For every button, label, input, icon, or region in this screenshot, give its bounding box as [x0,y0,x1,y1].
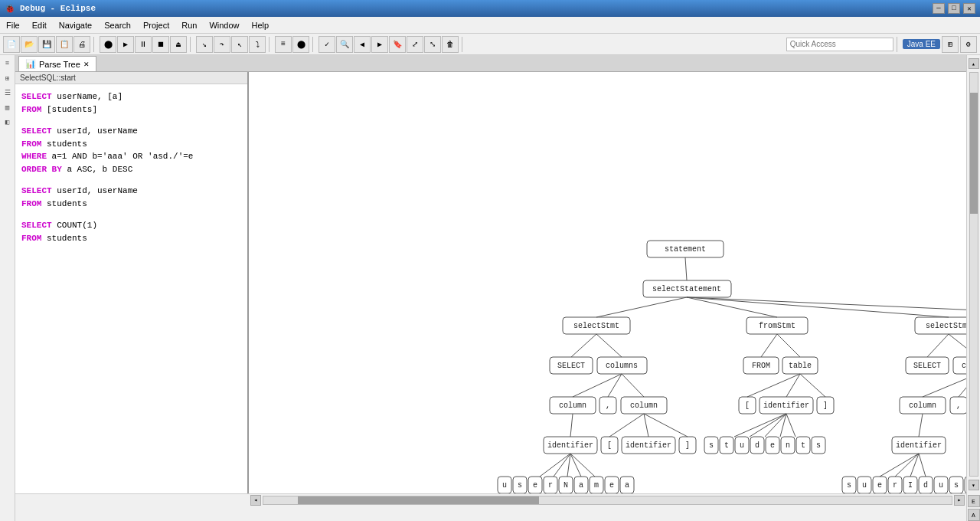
quick-access-input[interactable] [786,38,893,51]
step-return-button[interactable]: ↖ [231,36,248,53]
svg-line-129 [919,414,923,437]
menu-project[interactable]: Project [137,17,175,33]
titlebar: 🐞 Debug - Eclipse ─ □ ✕ [0,0,980,17]
rs-icon-2[interactable]: A [968,509,980,521]
char-d-st1: d [750,437,764,454]
scroll-right-button[interactable]: ▸ [954,495,965,506]
prev-button[interactable]: ◀ [354,36,371,53]
menu-edit[interactable]: Edit [26,17,53,33]
rs-icon-1[interactable]: E [968,495,980,507]
java-ee-badge[interactable]: Java EE [903,39,940,49]
app-title: Debug - Eclipse [20,4,96,13]
svg-text:,: , [606,401,610,410]
svg-line-22 [596,334,622,357]
new-button[interactable]: 📄 [3,36,20,53]
left-sidebar: ≡ ⊞ ☰ ▥ ◧ [0,55,15,521]
char-s-st2: s [842,477,856,493]
perspective-button[interactable]: ⊞ [942,36,959,53]
menu-help[interactable]: Help [246,17,276,33]
char-m1: m [590,477,603,493]
char-u-st1: u [735,437,749,454]
svg-line-56 [747,374,800,397]
search-button[interactable]: 🔍 [336,36,353,53]
keyword-select: SELECT [21,92,52,101]
menu-navigate[interactable]: Navigate [53,17,98,33]
disconnect-button[interactable]: ⏏ [170,36,187,53]
char-u2-st2: u [934,477,948,493]
collapse-button[interactable]: ⤡ [424,36,441,53]
svg-text:I: I [908,481,913,490]
drop-to-frame-button[interactable]: ⤵ [249,36,266,53]
parse-tree-tab-close[interactable]: ✕ [83,61,90,68]
svg-text:columns: columns [962,362,966,370]
debug-button[interactable]: ⬤ [100,36,116,53]
step-over-button[interactable]: ↷ [214,36,230,53]
sql-panel: SelectSQL::start SELECT userName, [a] FR… [15,72,249,493]
sql-block-4: SELECT COUNT(1) FROM students [21,219,241,244]
menu-file[interactable]: File [0,17,26,33]
vertical-scrollbar-thumb [970,93,978,214]
suspend-button[interactable]: ⏸ [135,36,152,53]
sql-block-3: SELECT userId, userName FROM students [21,185,241,210]
close-button[interactable]: ✕ [963,3,975,14]
char-r-st2: r [888,477,902,493]
node-select-stmt-2: selectStmt [915,317,966,334]
use-step-filters-button[interactable]: ≡ [275,36,292,53]
char-e-st1: e [766,437,779,454]
keyword-select: SELECT [21,186,52,195]
settings-button[interactable]: ⚙ [960,36,977,53]
menu-run[interactable]: Run [175,17,203,33]
svg-line-104 [570,454,581,477]
minimize-button[interactable]: ─ [933,3,945,14]
svg-line-122 [734,414,786,437]
stop-button[interactable]: ⏹ [152,36,169,53]
step-into-button[interactable]: ↘ [196,36,213,53]
horizontal-scrollbar[interactable] [263,496,952,505]
svg-text:columns: columns [606,362,638,370]
scroll-down-button[interactable]: ▾ [969,480,979,490]
sql-line: WHERE a=1 AND b='aaa' OR 'asd./'=e [21,150,241,163]
node-identifier-col1a: identifier [544,437,597,454]
titlebar-controls[interactable]: ─ □ ✕ [933,3,975,14]
sql-line: SELECT userId, userName [21,125,241,138]
toolbar: 📄 📂 💾 📋 🖨 ⬤ ▶ ⏸ ⏹ ⏏ ↘ ↷ ↖ ⤵ ≡ ⬤ ✓ 🔍 ◀ ▶ … [0,34,980,55]
char-N1: N [559,477,573,493]
ls-icon-5[interactable]: ◧ [1,115,15,129]
char-d-st2: d [919,477,933,493]
ls-icon-4[interactable]: ▥ [1,100,15,114]
open-task-button[interactable]: ✓ [318,36,335,53]
expand-button[interactable]: ⤢ [407,36,423,53]
parse-tree-tab[interactable]: 📊 Parse Tree ✕ [18,56,96,71]
scrollbar-thumb [298,496,539,504]
svg-line-57 [786,374,800,397]
node-columns-2: columns [953,357,966,374]
node-identifier-col1b: identifier [622,437,675,454]
trash-button[interactable]: 🗑 [442,36,459,53]
bookmark-button[interactable]: 🔖 [389,36,406,53]
ls-icon-3[interactable]: ☰ [1,86,15,100]
next-button[interactable]: ▶ [371,36,388,53]
ls-icon-1[interactable]: ≡ [1,57,15,70]
menu-search[interactable]: Search [98,17,137,33]
run-button[interactable]: ▶ [117,36,134,53]
scroll-left-button[interactable]: ◂ [250,495,261,506]
vertical-scrollbar[interactable] [969,72,978,477]
save-button[interactable]: 💾 [38,36,55,53]
svg-text:e: e [770,441,775,450]
svg-text:selectStatement: selectStatement [652,285,721,293]
node-bracket-l2: [ [601,437,618,454]
scroll-up-button[interactable]: ▴ [969,58,979,69]
svg-line-126 [786,414,795,437]
print-button[interactable]: 🖨 [74,36,90,53]
sql-content[interactable]: SELECT userName, [a] FROM [students] SEL… [15,84,247,493]
svg-text:u: u [740,441,744,450]
tree-panel[interactable]: .node-box { fill: white; stroke: #555; s… [249,72,966,493]
ls-icon-2[interactable]: ⊞ [1,71,15,85]
app-icon: 🐞 [5,4,15,14]
menu-window[interactable]: Window [203,17,245,33]
menubar: File Edit Navigate Search Project Run Wi… [0,17,980,34]
breakpoint-button[interactable]: ⬤ [292,36,309,53]
restore-button[interactable]: □ [948,3,960,14]
save-all-button[interactable]: 📋 [56,36,73,53]
open-button[interactable]: 📂 [21,36,38,53]
